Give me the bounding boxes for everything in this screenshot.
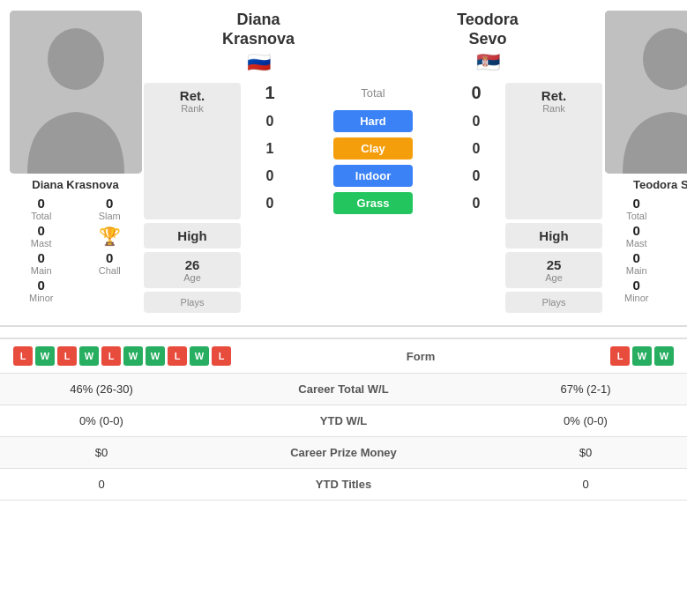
left-form-badge-l: L bbox=[57, 346, 77, 366]
left-main-val: 0 bbox=[38, 250, 45, 265]
left-slam-stat: 0 Slam bbox=[76, 196, 145, 221]
stats-rows: 46% (26-30)Career Total W/L67% (2-1)0% (… bbox=[0, 374, 687, 501]
right-minor-stat: 0 Minor bbox=[602, 278, 671, 303]
left-rank-val: Ret. bbox=[151, 88, 234, 103]
left-form-badge-w: W bbox=[79, 346, 99, 366]
left-age-label: Age bbox=[151, 272, 234, 283]
right-age-label: Age bbox=[512, 272, 595, 283]
left-form-badge-l: L bbox=[13, 346, 33, 366]
stat-row-3: 0YTD Titles0 bbox=[0, 469, 687, 501]
main-container: Diana Krasnova 0 Total 0 Slam 0 Mast 🏆 bbox=[0, 0, 687, 501]
rank-boxes-row: Ret. Rank 1 Total 0 0 Hard 0 bbox=[144, 83, 602, 219]
left-name-box: DianaKrasnova 🇷🇺 bbox=[201, 11, 316, 74]
left-main-label: Main bbox=[31, 265, 52, 276]
stat-row-left-val-2: $0 bbox=[13, 446, 190, 459]
right-clay-score: 0 bbox=[463, 141, 489, 157]
left-minor-val: 0 bbox=[38, 278, 45, 293]
right-slam-stat: 0 Slam bbox=[671, 196, 688, 221]
stat-row-left-val-0: 46% (26-30) bbox=[13, 382, 190, 396]
bottom-table: LWLWLWWLWL Form LWW 46% (26-30)Career To… bbox=[0, 338, 687, 501]
hard-button[interactable]: Hard bbox=[333, 110, 413, 132]
left-trophy-icon: 🏆 bbox=[99, 227, 121, 245]
left-main-stat: 0 Main bbox=[7, 250, 76, 276]
right-plays-label: Plays bbox=[512, 297, 595, 308]
stat-row-2: $0Career Prize Money$0 bbox=[0, 437, 687, 469]
left-total-stat: 0 Total bbox=[7, 196, 76, 221]
stat-row-0: 46% (26-30)Career Total W/L67% (2-1) bbox=[0, 374, 687, 405]
center-column: DianaKrasnova 🇷🇺 TeodoraSevo 🇷🇸 Ret. Ran… bbox=[144, 11, 602, 313]
left-player-name: Diana Krasnova bbox=[32, 178, 118, 191]
stat-row-right-val-3: 0 bbox=[497, 478, 674, 491]
grass-row: 0 Grass 0 bbox=[250, 192, 497, 214]
right-rank-val: Ret. bbox=[512, 88, 595, 103]
left-chall-stat: 0 Chall bbox=[76, 250, 145, 276]
clay-row: 1 Clay 0 bbox=[250, 137, 497, 160]
right-total-val: 0 bbox=[633, 196, 640, 211]
left-mast-val: 0 bbox=[38, 223, 45, 238]
stat-row-right-val-1: 0% (0-0) bbox=[497, 414, 674, 427]
right-grass-score: 0 bbox=[463, 196, 489, 212]
left-high-val: High bbox=[151, 228, 234, 243]
court-area: 1 Total 0 0 Hard 0 1 Clay 0 bbox=[250, 83, 497, 219]
right-flag: 🇷🇸 bbox=[430, 51, 545, 74]
right-name-box: TeodoraSevo 🇷🇸 bbox=[430, 11, 545, 74]
left-total-label: Total bbox=[31, 211, 51, 221]
left-player-column: Diana Krasnova 0 Total 0 Slam 0 Mast 🏆 bbox=[7, 11, 144, 303]
svg-point-1 bbox=[643, 28, 688, 90]
right-plays-box: Plays bbox=[505, 292, 602, 313]
stat-row-left-val-3: 0 bbox=[13, 478, 190, 491]
right-form-badge-l: L bbox=[610, 346, 630, 366]
left-mast-stat: 0 Mast bbox=[7, 223, 76, 249]
center-names-area: DianaKrasnova 🇷🇺 TeodoraSevo 🇷🇸 bbox=[144, 11, 602, 74]
left-clay-score: 1 bbox=[257, 141, 283, 157]
right-main-stat: 0 Main bbox=[602, 250, 671, 276]
stat-row-1: 0% (0-0)YTD W/L0% (0-0) bbox=[0, 405, 687, 437]
age-row: 26 Age 25 Age bbox=[144, 252, 602, 288]
left-trophy: 🏆 bbox=[76, 223, 145, 249]
left-player-stats: 0 Total 0 Slam 0 Mast 🏆 0 Main bbox=[7, 196, 144, 303]
left-age-val: 26 bbox=[151, 257, 234, 272]
high-row: High High bbox=[144, 223, 602, 249]
left-flag: 🇷🇺 bbox=[201, 51, 316, 74]
stat-row-right-val-0: 67% (2-1) bbox=[497, 382, 674, 396]
total-label: Total bbox=[361, 86, 385, 100]
right-main-label: Main bbox=[626, 265, 647, 276]
right-mast-stat: 0 Mast bbox=[602, 223, 671, 249]
left-minor-stat: 0 Minor bbox=[7, 278, 76, 303]
stat-row-label-0: Career Total W/L bbox=[190, 382, 497, 396]
right-high-box: High bbox=[505, 223, 602, 249]
indoor-row: 0 Indoor 0 bbox=[250, 165, 497, 187]
left-age-box: 26 Age bbox=[144, 252, 241, 288]
left-form-badges: LWLWLWWLWL bbox=[13, 346, 231, 366]
left-center-name: DianaKrasnova bbox=[201, 11, 316, 48]
left-form-badge-l: L bbox=[101, 346, 121, 366]
plays-row: Plays Plays bbox=[144, 292, 602, 313]
left-form-badge-w: W bbox=[35, 346, 55, 366]
right-main-val: 0 bbox=[633, 250, 640, 265]
right-form-badge-w: W bbox=[632, 346, 652, 366]
left-slam-val: 0 bbox=[106, 196, 113, 211]
right-rank-label: Rank bbox=[512, 103, 595, 114]
stat-row-label-1: YTD W/L bbox=[190, 414, 497, 427]
right-player-stats: 0 Total 0 Slam 0 Mast 🏆 0 Main bbox=[602, 196, 687, 303]
clay-button[interactable]: Clay bbox=[333, 137, 413, 160]
left-mast-label: Mast bbox=[31, 238, 52, 249]
left-plays-label: Plays bbox=[151, 297, 234, 308]
left-minor-label: Minor bbox=[29, 293, 54, 303]
left-form-badge-w: W bbox=[190, 346, 209, 366]
grass-button[interactable]: Grass bbox=[333, 192, 413, 214]
left-total-val: 0 bbox=[38, 196, 45, 211]
right-age-box: 25 Age bbox=[505, 252, 602, 288]
right-form-badges: LWW bbox=[610, 346, 674, 366]
players-section: Diana Krasnova 0 Total 0 Slam 0 Mast 🏆 bbox=[0, 0, 687, 318]
left-rank-label: Rank bbox=[151, 103, 234, 114]
total-score-row: 1 Total 0 bbox=[250, 83, 497, 103]
stat-row-label-2: Career Prize Money bbox=[190, 446, 497, 459]
indoor-button[interactable]: Indoor bbox=[333, 165, 413, 187]
right-player-photo bbox=[605, 11, 688, 174]
right-hard-score: 0 bbox=[463, 114, 489, 130]
right-indoor-score: 0 bbox=[463, 168, 489, 184]
left-player-photo bbox=[10, 11, 142, 174]
right-player-column: Teodora Sevo 0 Total 0 Slam 0 Mast 🏆 bbox=[602, 11, 687, 303]
stat-row-right-val-2: $0 bbox=[497, 446, 674, 459]
